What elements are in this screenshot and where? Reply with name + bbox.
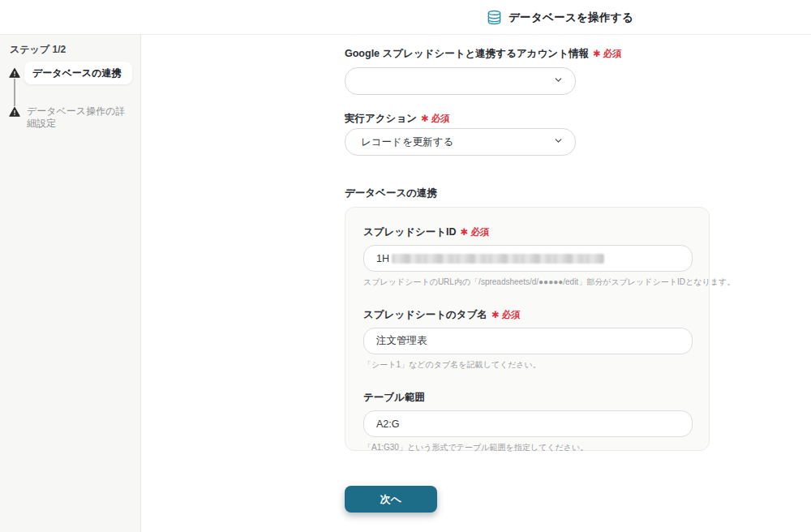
database-section-card: スプレッドシートID✱ 必須 1H スプレッドシートのURL内の「/spread… xyxy=(345,207,710,451)
table-range-group: テーブル範囲 「A1:G30」という形式でテーブル範囲を指定してください。 xyxy=(363,391,691,453)
database-icon xyxy=(487,10,502,25)
required-badge: ✱ 必須 xyxy=(593,49,622,58)
spreadsheet-id-prefix: 1H xyxy=(376,253,389,264)
action-field-label: 実行アクション✱ 必須 xyxy=(345,112,450,126)
header: データベースを操作する xyxy=(0,0,811,35)
action-select-value: レコードを更新する xyxy=(361,135,553,149)
spreadsheet-id-group: スプレッドシートID✱ 必須 1H スプレッドシートのURL内の「/spread… xyxy=(363,225,691,288)
required-badge: ✱ 必須 xyxy=(421,114,450,123)
warning-icon xyxy=(9,67,20,82)
app-window: データベースを操作する ステップ 1/2 データベースの連携 データベース操作の… xyxy=(0,0,811,532)
step-counter: ステップ 1/2 xyxy=(10,43,66,57)
table-range-input[interactable] xyxy=(363,410,693,437)
redacted-text xyxy=(392,254,604,264)
steps-sidebar: ステップ 1/2 データベースの連携 データベース操作の詳細設定 xyxy=(0,35,141,532)
sidebar-item-label: データベースの連携 xyxy=(32,66,121,80)
required-badge: ✱ 必須 xyxy=(491,310,521,320)
page-title: データベースを操作する xyxy=(487,0,633,35)
table-range-helper: 「A1:G30」という形式でテーブル範囲を指定してください。 xyxy=(363,442,691,453)
required-badge: ✱ 必須 xyxy=(461,227,490,237)
next-button[interactable]: 次へ xyxy=(345,486,437,513)
account-select[interactable] xyxy=(345,67,576,95)
tab-name-label: スプレッドシートのタブ名✱ 必須 xyxy=(363,308,691,322)
tab-name-helper: 「シート1」などのタブ名を記載してください。 xyxy=(363,359,691,371)
account-field-label: Google スプレッドシートと連携するアカウント情報✱ 必須 xyxy=(345,47,622,61)
action-select[interactable]: レコードを更新する xyxy=(345,128,576,156)
sidebar-item-database-link[interactable]: データベースの連携 xyxy=(24,62,132,84)
spreadsheet-id-label: スプレッドシートID✱ 必須 xyxy=(363,225,691,239)
database-section-title: データベースの連携 xyxy=(345,187,437,200)
spreadsheet-id-helper: スプレッドシートのURL内の「/spreadsheets/d/●●●●●/edi… xyxy=(363,277,691,288)
warning-icon xyxy=(9,106,20,121)
chevron-down-icon xyxy=(553,74,564,88)
tab-name-group: スプレッドシートのタブ名✱ 必須 「シート1」などのタブ名を記載してください。 xyxy=(363,308,691,371)
table-range-label: テーブル範囲 xyxy=(363,391,691,405)
step-connector-line xyxy=(14,79,15,106)
page-title-text: データベースを操作する xyxy=(508,11,633,25)
tab-name-input[interactable] xyxy=(363,328,693,354)
spreadsheet-id-input[interactable]: 1H xyxy=(363,245,693,272)
sidebar-item-operation-details[interactable]: データベース操作の詳細設定 xyxy=(27,105,131,130)
chevron-down-icon xyxy=(553,135,564,149)
main-content: Google スプレッドシートと連携するアカウント情報✱ 必須 実行アクション✱… xyxy=(142,35,811,532)
